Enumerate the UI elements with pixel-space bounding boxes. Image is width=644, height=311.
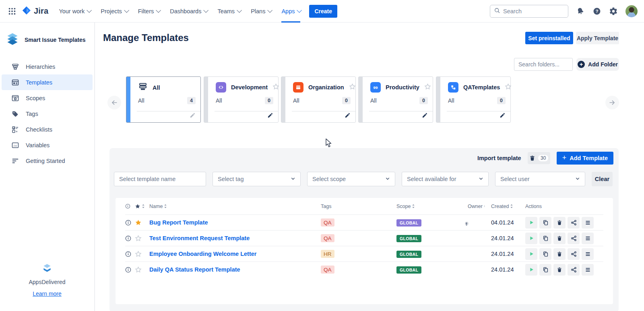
sidebar-item-scopes[interactable]: Scopes: [2, 90, 93, 106]
nav-plans[interactable]: Plans: [251, 0, 271, 23]
delete-trash-button[interactable]: [553, 233, 566, 244]
sidebar-item-checklists[interactable]: Checklists: [2, 122, 93, 137]
more-menu-button[interactable]: [582, 264, 594, 276]
nav-your-work[interactable]: Your work: [59, 0, 90, 23]
carousel-right-arrow[interactable]: [605, 96, 619, 109]
nav-teams[interactable]: Teams: [217, 0, 240, 23]
settings-gear-icon[interactable]: [609, 7, 618, 16]
column-header-owner[interactable]: Owner: [462, 204, 485, 209]
create-button[interactable]: Create: [309, 5, 337, 18]
copy-button[interactable]: [539, 248, 551, 260]
folder-card-qatemplates[interactable]: QATemplates All 0: [436, 76, 511, 123]
chevron-down-icon: [268, 8, 273, 13]
delete-trash-button[interactable]: [553, 217, 566, 229]
more-menu-button[interactable]: [582, 233, 594, 244]
nav-apps[interactable]: Apps: [281, 0, 300, 23]
folder-card-all[interactable]: All All 4: [126, 76, 201, 123]
help-icon[interactable]: ?: [592, 7, 601, 16]
import-template-button[interactable]: Import template: [477, 155, 521, 161]
filter-user-select[interactable]: Select user: [495, 172, 585, 186]
scope-badge: GLOBAL: [396, 219, 421, 227]
apply-template-button[interactable]: Apply Template: [576, 32, 619, 44]
folder-card-productivity[interactable]: 99 Productivity All 0: [358, 76, 433, 123]
template-name-link[interactable]: Test Environment Request Template: [149, 235, 315, 241]
sidebar-item-getting-started[interactable]: Getting Started: [2, 153, 93, 169]
delete-trash-button[interactable]: [553, 264, 566, 276]
copy-button[interactable]: [539, 233, 551, 244]
more-menu-button[interactable]: [582, 217, 594, 229]
copy-button[interactable]: [539, 264, 551, 276]
apply-play-button[interactable]: [525, 217, 537, 229]
edit-folder-pencil-icon[interactable]: [422, 112, 428, 120]
template-name-link[interactable]: Daily QA Status Report Template: [149, 266, 315, 273]
add-folder-button[interactable]: + Add Folder: [576, 58, 619, 71]
apply-play-button[interactable]: [525, 248, 537, 260]
column-header-name[interactable]: Name: [149, 204, 315, 209]
set-preinstalled-button[interactable]: Set preinstalled: [525, 32, 573, 44]
folder-star-icon[interactable]: [505, 83, 512, 92]
folder-star-icon[interactable]: [424, 83, 431, 92]
carousel-left-arrow[interactable]: [107, 96, 121, 109]
copy-button[interactable]: [539, 217, 551, 229]
info-icon[interactable]: [125, 267, 135, 273]
app-header: Smart Issue Templates: [0, 23, 94, 53]
folder-card-organization[interactable]: Organization All 0: [281, 76, 356, 123]
share-button[interactable]: [568, 233, 580, 244]
folder-card-development[interactable]: Development All 0: [204, 76, 279, 123]
more-menu-button[interactable]: [582, 248, 594, 260]
filter-tag-select[interactable]: Select tag: [213, 172, 301, 186]
learn-more-link[interactable]: Learn more: [33, 290, 62, 297]
delete-trash-button[interactable]: [553, 248, 566, 260]
share-button[interactable]: [568, 264, 580, 276]
share-button[interactable]: [568, 217, 580, 229]
template-name-link[interactable]: Bug Report Template: [149, 219, 315, 226]
star-column-sort[interactable]: [135, 204, 149, 209]
favorite-star-icon[interactable]: [135, 251, 149, 257]
edit-folder-pencil-icon[interactable]: [267, 112, 273, 120]
sidebar-item-tags[interactable]: Tags: [2, 106, 93, 122]
sidebar-item-variables[interactable]: (x) Variables: [2, 137, 93, 153]
share-button[interactable]: [568, 248, 580, 260]
global-search[interactable]: [490, 5, 568, 18]
add-template-button[interactable]: + Add Template: [557, 152, 613, 165]
apply-play-button[interactable]: [525, 233, 537, 244]
recycle-bin-button[interactable]: 30: [528, 152, 550, 164]
nav-projects[interactable]: Projects: [101, 0, 127, 23]
sidebar-item-templates[interactable]: Templates: [2, 74, 93, 90]
column-header-created[interactable]: Created: [485, 204, 520, 209]
edit-folder-pencil-icon[interactable]: [190, 112, 196, 120]
info-icon[interactable]: [125, 220, 135, 226]
templates-table: Name Tags Scope Owner Created: [116, 198, 613, 304]
apply-play-button[interactable]: [525, 264, 537, 276]
favorite-star-icon[interactable]: [135, 235, 149, 242]
page-title: Manage Templates: [103, 32, 189, 43]
column-header-scope[interactable]: Scope: [391, 204, 462, 209]
folder-star-icon[interactable]: [349, 83, 356, 92]
info-icon[interactable]: [125, 251, 135, 257]
sort-icon: [164, 204, 167, 208]
row-actions: [520, 264, 603, 276]
app-switcher-icon[interactable]: [6, 6, 18, 17]
jira-wordmark: Jira: [34, 6, 48, 16]
edit-folder-pencil-icon[interactable]: [500, 112, 506, 120]
edit-folder-pencil-icon[interactable]: [345, 112, 351, 120]
search-folders-input[interactable]: [514, 58, 573, 71]
nav-filters[interactable]: Filters: [138, 0, 159, 23]
favorite-star-icon[interactable]: [135, 266, 149, 273]
nav-dashboards[interactable]: Dashboards: [170, 0, 207, 23]
notifications-bell-icon[interactable]: [576, 7, 585, 16]
clear-filters-button[interactable]: Clear: [592, 172, 613, 186]
filter-available-for-select[interactable]: Select available for: [402, 172, 489, 186]
template-name-link[interactable]: Employee Onboarding Welcome Letter: [149, 251, 315, 257]
tag-badge: HR: [321, 250, 334, 258]
folder-star-icon[interactable]: [272, 83, 279, 92]
jira-logo[interactable]: Jira: [22, 6, 48, 17]
favorite-star-icon[interactable]: [135, 219, 149, 226]
folder-selected-bar: [126, 77, 130, 122]
filter-template-name-input[interactable]: [114, 172, 206, 186]
user-avatar[interactable]: [625, 5, 638, 17]
search-input[interactable]: [503, 8, 564, 14]
sidebar-item-hierarchies[interactable]: Hierarchies: [2, 59, 93, 74]
filter-scope-select[interactable]: Select scope: [307, 172, 395, 186]
info-icon[interactable]: [125, 235, 135, 241]
